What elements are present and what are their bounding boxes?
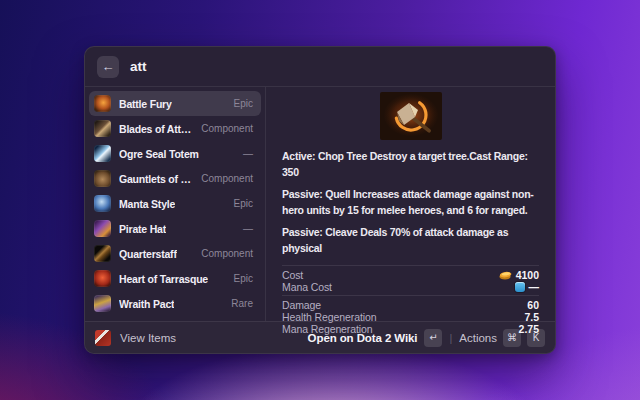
item-title: Ogre Seal Totem [119,148,199,160]
metadata-separator [282,265,539,266]
command-key-icon: ⌘ [503,329,521,347]
gauntlets-of-strength-icon [94,170,111,187]
list-item-manta-style[interactable]: Manta Style Epic [89,191,261,216]
enter-key-icon: ↵ [424,329,442,347]
open-on-dota2-wiki-action[interactable]: Open on Dota 2 Wiki ↵ [308,329,443,347]
item-tag: — [237,148,253,159]
list-item-gauntlets-of-strength[interactable]: Gauntlets of Strength Component [89,166,261,191]
footer-bar: View Items Open on Dota 2 Wiki ↵ | Actio… [85,321,555,353]
item-title: Heart of Tarrasque [119,273,208,285]
list-item-quarterstaff[interactable]: Quarterstaff Component [89,241,261,266]
metadata-value: 4100 [516,269,539,281]
item-tag: Component [195,173,253,184]
list-item-ogre-seal-totem[interactable]: Ogre Seal Totem — [89,141,261,166]
dota2-logo-icon [95,330,111,346]
item-title: Quarterstaff [119,248,177,260]
item-title: Pirate Hat [119,223,166,235]
item-tag: Component [195,248,253,259]
metadata-label: Damage [282,299,527,311]
search-input[interactable]: att [130,59,147,74]
manta-style-icon [94,195,111,212]
metadata-row-mana-cost: Mana Cost — [282,281,539,293]
metadata-value: 60 [527,299,539,311]
results-list: Battle Fury Epic Blades of Attack Compon… [85,87,265,321]
metadata-row-cost: Cost 4100 [282,269,539,281]
detail-panel: Active: Chop Tree Destroy a target tree.… [265,87,555,321]
detail-paragraph-passive-quell: Passive: Quell Increases attack damage a… [282,187,539,218]
item-title: Manta Style [119,198,175,210]
actions-button[interactable]: Actions ⌘ K [459,329,545,347]
list-item-pirate-hat[interactable]: Pirate Hat — [89,216,261,241]
item-tag: Epic [228,198,253,209]
gold-coin-icon [499,270,512,280]
detail-paragraph-active-chop-tree: Active: Chop Tree Destroy a target tree.… [282,149,539,180]
command-palette-window: ← att Battle Fury Epic Blades of Attack … [84,46,556,354]
extension-label: View Items [120,332,176,344]
battle-fury-icon [94,95,111,112]
metadata-row-damage: Damage 60 [282,299,539,311]
ogre-seal-totem-icon [94,145,111,162]
list-item-battle-fury[interactable]: Battle Fury Epic [89,91,261,116]
item-tag: Epic [228,273,253,284]
item-tag: Epic [228,98,253,109]
metadata-separator [282,295,539,296]
item-title: Wraith Pact [119,298,174,310]
heart-of-tarrasque-icon [94,270,111,287]
mana-crystal-icon [515,282,525,292]
metadata-value: — [529,281,540,293]
item-title: Gauntlets of Strength [119,173,195,185]
list-item-heart-of-tarrasque[interactable]: Heart of Tarrasque Epic [89,266,261,291]
search-bar: ← att [85,47,555,87]
list-item-wraith-pact[interactable]: Wraith Pact Rare [89,291,261,316]
quarterstaff-icon [94,245,111,262]
item-tag: — [237,223,253,234]
item-title: Battle Fury [119,98,172,110]
footer-divider: | [449,332,452,344]
detail-paragraph-passive-cleave: Passive: Cleave Deals 70% of attack dama… [282,225,539,256]
metadata-label: Cost [282,269,499,281]
list-item-blades-of-attack[interactable]: Blades of Attack Component [89,116,261,141]
battle-fury-item-art [380,92,442,140]
item-tag: Component [195,123,253,134]
item-title: Blades of Attack [119,123,195,135]
wraith-pact-icon [94,295,111,312]
item-tag: Rare [225,298,253,309]
actions-label: Actions [459,332,497,344]
pirate-hat-icon [94,220,111,237]
k-key-icon: K [527,329,545,347]
metadata-label: Mana Cost [282,281,515,293]
blades-of-attack-icon [94,120,111,137]
primary-action-label: Open on Dota 2 Wiki [308,332,418,344]
back-button[interactable]: ← [97,56,119,78]
